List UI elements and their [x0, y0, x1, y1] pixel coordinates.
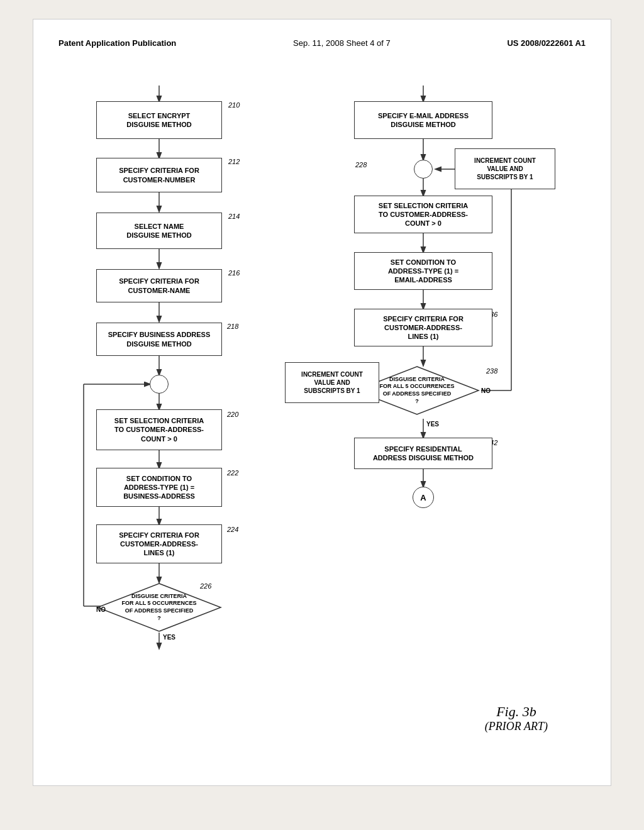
diamond-238-text: DISGUISE CRITERIA FOR ALL 5 OCCURRENCES … — [379, 376, 454, 406]
box-212: SPECIFY CRITERIA FOR CUSTOMER-NUMBER — [96, 158, 222, 192]
ref-216: 216 — [228, 269, 240, 277]
box-214: SELECT NAME DISGUISE METHOD — [96, 213, 222, 249]
ref-212: 212 — [228, 158, 240, 165]
box-224: SPECIFY CRITERIA FOR CUSTOMER-ADDRESS- L… — [96, 524, 222, 563]
diamond-226: DISGUISE CRITERIA FOR ALL 5 OCCURRENCES … — [96, 582, 222, 633]
box-228: INCREMENT COUNT VALUE AND SUBSCRIPTS BY … — [285, 362, 379, 403]
circle-240-loop — [414, 160, 433, 179]
ref-228: 228 — [355, 161, 367, 169]
circle-228-loop — [150, 375, 169, 394]
ref-222: 222 — [227, 469, 238, 477]
box-218: SPECIFY BUSINESS ADDRESS DISGUISE METHOD — [96, 323, 222, 356]
ref-224: 224 — [227, 526, 238, 533]
diamond-226-text: DISGUISE CRITERIA FOR ALL 5 OCCURRENCES … — [121, 593, 196, 622]
box-242: SPECIFY RESIDENTIAL ADDRESS DISGUISE MET… — [354, 438, 492, 469]
figure-caption: Fig. 3b (PRIOR ART) — [485, 704, 548, 733]
label-yes-226: YES — [163, 634, 175, 641]
box-220: SET SELECTION CRITERIA TO CUSTOMER-ADDRE… — [96, 409, 222, 450]
fig-label: Fig. 3b — [485, 704, 548, 720]
box-232: SET SELECTION CRITERIA TO CUSTOMER-ADDRE… — [354, 196, 492, 233]
prior-art-label: (PRIOR ART) — [485, 720, 548, 733]
header-right: US 2008/0222601 A1 — [507, 38, 586, 48]
box-230: SPECIFY E-MAIL ADDRESS DISGUISE METHOD — [354, 101, 492, 139]
ref-214: 214 — [228, 213, 240, 220]
flowchart: 210 212 214 216 218 220 222 224 226 230 … — [58, 67, 586, 746]
box-234: SET CONDITION TO ADDRESS-TYPE (1) = EMAI… — [354, 252, 492, 290]
label-no-238: NO — [481, 387, 491, 394]
circle-a: A — [413, 487, 434, 508]
box-222: SET CONDITION TO ADDRESS-TYPE (1) = BUSI… — [96, 468, 222, 507]
header-center: Sep. 11, 2008 Sheet 4 of 7 — [293, 38, 391, 48]
ref-218: 218 — [227, 323, 238, 330]
ref-220: 220 — [227, 411, 238, 418]
page-header: Patent Application Publication Sep. 11, … — [58, 38, 586, 48]
ref-210: 210 — [228, 101, 240, 109]
ref-238: 238 — [486, 367, 497, 375]
header-left: Patent Application Publication — [58, 38, 176, 48]
label-yes-238: YES — [426, 421, 439, 428]
box-210: SELECT ENCRYPT DISGUISE METHOD — [96, 101, 222, 139]
box-236: SPECIFY CRITERIA FOR CUSTOMER-ADDRESS- L… — [354, 309, 492, 346]
box-216: SPECIFY CRITERIA FOR CUSTOMER-NAME — [96, 269, 222, 302]
page: Patent Application Publication Sep. 11, … — [33, 19, 611, 786]
box-240: INCREMENT COUNT VALUE AND SUBSCRIPTS BY … — [455, 148, 555, 189]
